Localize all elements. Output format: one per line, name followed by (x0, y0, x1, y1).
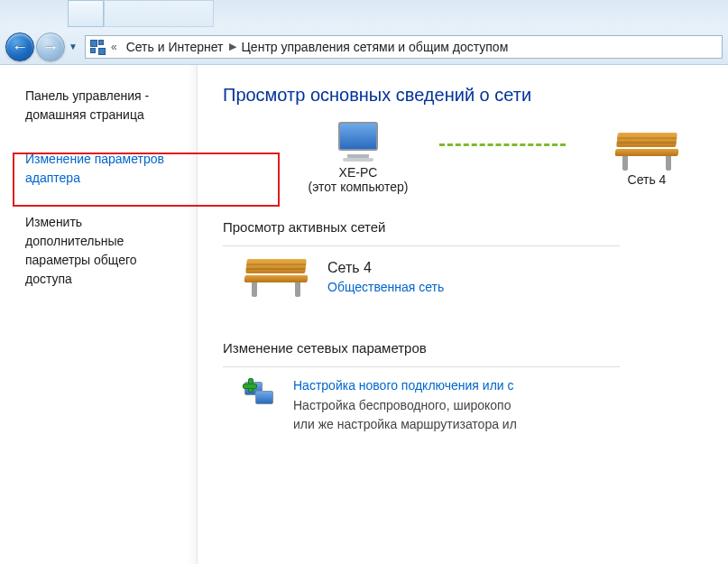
computer-sublabel: (этот компьютер) (277, 180, 439, 194)
sidebar-adapter-settings-link[interactable]: Изменение параметров адаптера (25, 150, 180, 188)
breadcrumb-sharing-center[interactable]: Центр управления сетями и общим доступом (238, 40, 512, 54)
back-button[interactable]: ← (5, 32, 34, 61)
computer-icon (333, 122, 383, 162)
new-connection-desc: Настройка беспроводного, широкопо или же… (293, 396, 517, 434)
breadcrumb-overflow[interactable]: « (106, 41, 123, 53)
address-bar[interactable]: « Сеть и Интернет ▶ Центр управления сет… (85, 35, 723, 59)
network-map-network: Сеть 4 (566, 129, 728, 187)
navigation-bar: ← → ▼ « Сеть и Интернет ▶ Центр управлен… (0, 29, 728, 65)
control-panel-icon (89, 39, 106, 55)
active-network-item: Сеть 4 Общественная сеть (244, 259, 728, 295)
sidebar-home-link[interactable]: Панель управления - домашняя страница (25, 88, 149, 122)
bench-icon (244, 259, 308, 295)
divider (223, 245, 620, 246)
page-title: Просмотр основных сведений о сети (223, 85, 728, 106)
main-panel: Просмотр основных сведений о сети XE-PC … (198, 65, 728, 564)
recent-dropdown[interactable]: ▼ (67, 32, 79, 61)
new-connection-item: Настройка нового подключения или с Настр… (243, 378, 728, 434)
computer-name: XE-PC (277, 165, 439, 180)
chevron-right-icon: ▶ (227, 41, 238, 52)
network-map-computer: XE-PC (этот компьютер) (277, 122, 439, 194)
bench-icon (615, 133, 678, 169)
window-titlebar (0, 0, 728, 29)
connection-line-icon (439, 143, 566, 146)
arrow-right-icon: → (42, 39, 59, 55)
new-connection-link[interactable]: Настройка нового подключения или с (293, 378, 514, 393)
sidebar-sharing-settings-link[interactable]: Изменить дополнительные параметры общего… (25, 215, 137, 286)
active-networks-heading: Просмотр активных сетей (223, 219, 728, 235)
arrow-left-icon: ← (12, 39, 28, 55)
active-network-name: Сеть 4 (327, 260, 444, 276)
forward-button[interactable]: → (36, 32, 65, 61)
new-connection-icon (243, 378, 277, 412)
network-type-link[interactable]: Общественная сеть (327, 280, 444, 294)
breadcrumb-network[interactable]: Сеть и Интернет (123, 40, 227, 54)
divider (223, 366, 620, 367)
content-area: Панель управления - домашняя страница Из… (0, 65, 728, 564)
sidebar: Панель управления - домашняя страница Из… (0, 65, 198, 564)
network-name-short: Сеть 4 (566, 172, 728, 187)
network-map: XE-PC (этот компьютер) Сеть 4 (277, 122, 728, 194)
network-params-heading: Изменение сетевых параметров (223, 340, 728, 356)
